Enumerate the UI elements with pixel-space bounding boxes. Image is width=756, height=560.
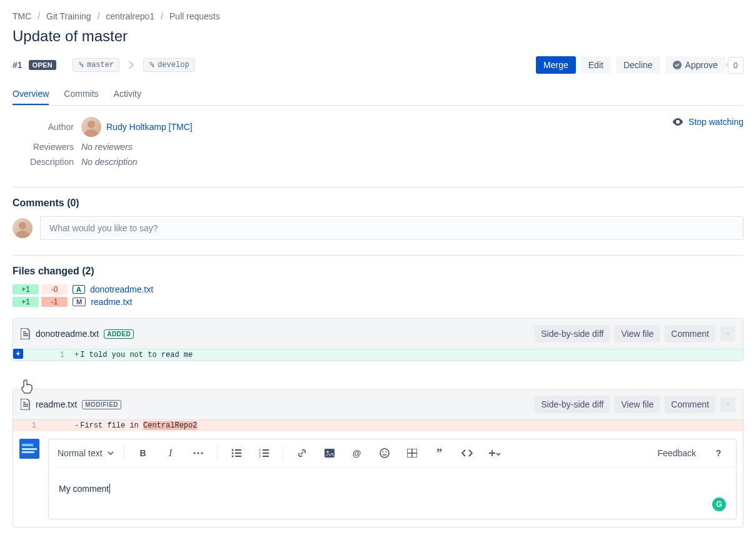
avatar xyxy=(81,117,101,137)
svg-point-4 xyxy=(728,334,728,334)
svg-rect-11 xyxy=(22,448,37,450)
approve-button[interactable]: Approve xyxy=(665,56,725,74)
tab-overview[interactable]: Overview xyxy=(13,84,49,105)
image-icon xyxy=(325,449,335,458)
table-button[interactable] xyxy=(403,444,421,462)
side-by-side-button[interactable]: Side-by-side diff xyxy=(535,396,610,413)
editor-textarea[interactable]: My comment G xyxy=(49,468,736,519)
more-button[interactable] xyxy=(720,397,735,412)
more-format-button[interactable] xyxy=(189,444,207,462)
mention-button[interactable]: @ xyxy=(348,444,366,462)
svg-point-7 xyxy=(728,404,728,405)
branch-icon xyxy=(78,62,84,68)
file-status: A xyxy=(73,285,85,294)
ellipsis-icon xyxy=(727,403,729,406)
add-comment-icon[interactable]: + xyxy=(13,349,23,359)
line-number-old: 1 xyxy=(13,420,41,431)
merge-button[interactable]: Merge xyxy=(536,56,576,74)
author-link[interactable]: Rudy Holtkamp [TMC] xyxy=(106,122,193,132)
svg-point-1 xyxy=(88,121,95,128)
chevron-down-icon xyxy=(108,451,114,455)
separator xyxy=(217,446,218,460)
edit-button[interactable]: Edit xyxy=(581,56,611,74)
target-branch[interactable]: develop xyxy=(143,58,194,72)
emoji-button[interactable] xyxy=(376,444,393,462)
lines-added: +1 xyxy=(13,297,39,307)
diff-line-removed[interactable]: 1 -First file in CentralRepo2 xyxy=(13,420,743,431)
avatar xyxy=(19,439,39,459)
eye-icon xyxy=(672,118,683,126)
ellipsis-icon xyxy=(193,452,203,454)
breadcrumb-item[interactable]: Git Training xyxy=(46,11,91,21)
number-list-button[interactable]: 123 xyxy=(255,444,273,462)
diff-panel: readme.txt MODIFIED Side-by-side diff Vi… xyxy=(13,389,743,528)
more-button[interactable] xyxy=(720,326,735,341)
file-added-badge: ADDED xyxy=(104,329,134,339)
svg-rect-27 xyxy=(263,456,269,457)
arrow-right-icon xyxy=(126,59,137,71)
bold-button[interactable]: B xyxy=(134,444,152,462)
text-style-dropdown[interactable]: Normal text xyxy=(58,448,114,458)
svg-point-20 xyxy=(231,456,233,458)
svg-point-16 xyxy=(231,449,233,451)
file-status: M xyxy=(73,298,86,306)
code-button[interactable] xyxy=(458,444,476,462)
stop-watching-link[interactable]: Stop watching xyxy=(672,117,743,127)
author-label: Author xyxy=(13,122,81,132)
line-number-new xyxy=(41,424,69,427)
insert-more-button[interactable] xyxy=(486,444,503,462)
diff-line-added[interactable]: + 1 +I told you not to read me xyxy=(13,349,743,361)
help-button[interactable]: ? xyxy=(710,444,727,462)
breadcrumb-sep: / xyxy=(161,11,163,21)
svg-rect-19 xyxy=(235,452,241,454)
files-changed-heading: Files changed (2) xyxy=(13,266,743,277)
view-file-button[interactable]: View file xyxy=(615,396,660,413)
svg-rect-21 xyxy=(235,456,241,457)
decline-button[interactable]: Decline xyxy=(616,56,660,74)
lines-added: +1 xyxy=(13,284,39,294)
inline-comment-editor: Normal text B I 123 @ ” xyxy=(13,431,743,527)
branch-name: master xyxy=(87,61,114,69)
comment-button[interactable]: Comment xyxy=(665,325,715,342)
bullet-list-button[interactable] xyxy=(228,444,245,462)
image-button[interactable] xyxy=(321,444,338,462)
link-button[interactable] xyxy=(293,444,311,462)
italic-button[interactable]: I xyxy=(162,444,179,462)
reviewers-label: Reviewers xyxy=(13,142,81,152)
svg-point-15 xyxy=(201,452,203,454)
lines-deleted: -0 xyxy=(41,284,68,294)
tab-activity[interactable]: Activity xyxy=(114,84,141,105)
file-link[interactable]: donotreadme.txt xyxy=(90,284,153,294)
comment-input[interactable] xyxy=(40,216,743,240)
editor-toolbar: Normal text B I 123 @ ” xyxy=(49,439,736,468)
plus-icon xyxy=(489,449,500,458)
grammarly-icon[interactable]: G xyxy=(712,498,726,511)
file-link[interactable]: readme.txt xyxy=(91,297,132,307)
pr-id: #1 xyxy=(13,60,23,70)
ellipsis-icon xyxy=(727,332,729,335)
svg-point-6 xyxy=(727,404,727,405)
side-by-side-button[interactable]: Side-by-side diff xyxy=(535,325,610,342)
status-badge: OPEN xyxy=(29,60,56,70)
number-list-icon: 123 xyxy=(259,449,269,458)
breadcrumb: TMC / Git Training / centralrepo1 / Pull… xyxy=(13,11,743,21)
feedback-link[interactable]: Feedback xyxy=(658,448,696,458)
breadcrumb-item[interactable]: centralrepo1 xyxy=(106,11,154,21)
link-icon xyxy=(297,448,307,458)
breadcrumb-sep: / xyxy=(97,11,99,21)
svg-text:3: 3 xyxy=(259,454,261,458)
reviewers-value: No reviewers xyxy=(81,142,133,152)
tab-commits[interactable]: Commits xyxy=(64,84,98,105)
description-label: Description xyxy=(13,157,81,167)
breadcrumb-item[interactable]: TMC xyxy=(13,11,31,21)
svg-point-8 xyxy=(728,404,729,405)
breadcrumb-item[interactable]: Pull requests xyxy=(169,11,220,21)
source-branch[interactable]: master xyxy=(73,58,119,72)
pr-meta: #1 OPEN master develop xyxy=(13,58,195,72)
comment-button[interactable]: Comment xyxy=(665,396,715,413)
view-file-button[interactable]: View file xyxy=(615,325,660,342)
quote-button[interactable]: ” xyxy=(431,444,448,462)
pr-tabs: Overview Commits Activity xyxy=(13,84,743,106)
diff-filename: donotreadme.txt xyxy=(36,329,99,339)
svg-rect-10 xyxy=(22,444,33,446)
